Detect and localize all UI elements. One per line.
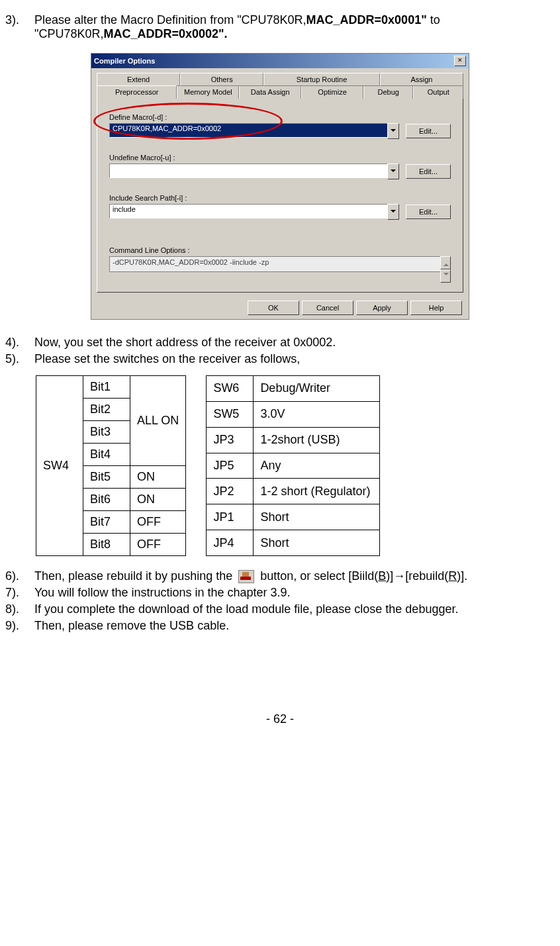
undefine-macro-combo[interactable]: [109, 164, 399, 179]
scrollbar[interactable]: [440, 256, 451, 283]
edit-button-define[interactable]: Edit...: [406, 124, 451, 138]
step-8-num: 8).: [5, 602, 34, 616]
sw4-allon: ALL ON: [130, 376, 186, 466]
step-4-text: Now, you set the short address of the re…: [34, 336, 555, 350]
table-cell: JP2: [207, 479, 254, 504]
text: )].: [457, 569, 467, 583]
tab-startup[interactable]: Startup Routine: [263, 73, 380, 86]
step-4: 4). Now, you set the short address of th…: [5, 336, 555, 350]
tab-data-assign[interactable]: Data Assign: [239, 85, 301, 99]
text: button, or select [Biild(: [257, 569, 378, 583]
apply-button[interactable]: Apply: [356, 301, 408, 315]
page-number: - 62 -: [5, 712, 555, 726]
step-6-text: Then, please rebuild it by pushing the b…: [34, 569, 555, 583]
table-cell: Bit8: [83, 534, 130, 556]
table-cell: ON: [130, 466, 186, 489]
tab-extend[interactable]: Extend: [97, 73, 180, 86]
dialog-title: Compiler Options: [94, 57, 454, 65]
table-cell: JP3: [207, 427, 254, 453]
define-macro-label: Define Macro[-d] :: [109, 113, 451, 121]
table-cell: Bit1: [83, 376, 130, 399]
table-cell: JP1: [207, 504, 254, 530]
undefine-macro-field: Undefine Macro[-u] : Edit...: [109, 154, 451, 179]
step-7: 7). You will follow the instructions in …: [5, 586, 555, 600]
panel: Define Macro[-d] : CPU78K0R,MAC_ADDR=0x0…: [97, 99, 463, 293]
table-cell: Bit7: [83, 511, 130, 534]
include-path-input[interactable]: include: [109, 204, 387, 218]
define-macro-input[interactable]: CPU78K0R,MAC_ADDR=0x0002: [109, 123, 387, 138]
jumper-table: SW6Debug/Writer SW53.0V JP31-2short (USB…: [206, 375, 380, 556]
step-7-text: You will follow the instructions in the …: [34, 586, 555, 600]
tab-output[interactable]: Output: [413, 85, 463, 99]
step-3-text: Please alter the Macro Definition from "…: [34, 13, 555, 41]
tab-assign[interactable]: Assign: [380, 73, 463, 86]
edit-button-undefine[interactable]: Edit...: [406, 164, 451, 179]
table-cell: Bit5: [83, 466, 130, 489]
include-path-field: Include Search Path[-i] : include Edit..…: [109, 194, 451, 220]
step-6: 6). Then, please rebuild it by pushing t…: [5, 569, 555, 583]
tab-others[interactable]: Others: [180, 73, 263, 86]
chevron-down-icon[interactable]: [387, 123, 399, 139]
undefine-macro-input[interactable]: [109, 164, 387, 178]
tabs: Extend Others Startup Routine Assign Pre…: [97, 72, 463, 99]
text: Please alter the Macro Definition from "…: [34, 13, 306, 26]
step-3-num: 3).: [5, 13, 34, 41]
table-cell: ON: [130, 489, 186, 511]
scroll-up-icon[interactable]: [440, 256, 451, 269]
step-3: 3). Please alter the Macro Definition fr…: [5, 13, 555, 41]
edit-button-include[interactable]: Edit...: [406, 205, 451, 219]
table-cell: Bit2: [83, 399, 130, 421]
table-cell: JP4: [207, 530, 254, 556]
define-macro-field: Define Macro[-d] : CPU78K0R,MAC_ADDR=0x0…: [109, 113, 451, 139]
sw4-head: SW4: [36, 376, 83, 556]
table-cell: 1-2 short (Regulator): [254, 479, 380, 504]
close-icon[interactable]: ✕: [454, 56, 466, 66]
text: Then, please rebuild it by pushing the: [34, 569, 236, 583]
step-5-num: 5).: [5, 352, 34, 366]
step-6-num: 6).: [5, 569, 34, 583]
dialog-screenshot: Compiler Options ✕ Extend Others Startup…: [5, 53, 555, 320]
tab-preprocessor[interactable]: Preprocessor: [97, 85, 177, 99]
tab-memory[interactable]: Memory Model: [177, 85, 239, 99]
include-path-combo[interactable]: include: [109, 204, 399, 220]
table-cell: OFF: [130, 511, 186, 534]
step-5-text: Please set the switches on the receiver …: [34, 352, 555, 366]
command-line-label: Command Line Options :: [109, 246, 451, 254]
chevron-down-icon[interactable]: [387, 204, 399, 220]
step-5: 5). Please set the switches on the recei…: [5, 352, 555, 366]
bold-text: MAC_ADDR=0x0002".: [103, 27, 227, 40]
define-macro-combo[interactable]: CPU78K0R,MAC_ADDR=0x0002: [109, 123, 399, 139]
table-cell: OFF: [130, 534, 186, 556]
table-cell: Bit6: [83, 489, 130, 511]
step-7-num: 7).: [5, 586, 34, 600]
step-9-text: Then, please remove the USB cable.: [34, 619, 555, 633]
table-cell: SW6: [207, 376, 254, 402]
step-4-num: 4).: [5, 336, 34, 350]
table-cell: 3.0V: [254, 401, 380, 427]
switch-tables: SW4Bit1ALL ON Bit2 Bit3 Bit4 Bit5ON Bit6…: [36, 375, 555, 556]
tab-debug[interactable]: Debug: [363, 85, 413, 99]
table-cell: Any: [254, 453, 380, 479]
step-8-text: If you complete the download of the load…: [34, 602, 555, 616]
underline-text: B: [378, 569, 386, 583]
button-row: OK Cancel Apply Help: [91, 297, 469, 319]
table-cell: Short: [254, 530, 380, 556]
help-button[interactable]: Help: [410, 301, 462, 315]
rebuild-icon: [238, 570, 254, 583]
step-8: 8). If you complete the download of the …: [5, 602, 555, 616]
table-cell: Short: [254, 504, 380, 530]
cancel-button[interactable]: Cancel: [302, 301, 353, 315]
command-line-field: Command Line Options : -dCPU78K0R,MAC_AD…: [109, 246, 451, 283]
table-cell: Debug/Writer: [254, 376, 380, 402]
table-cell: 1-2short (USB): [254, 427, 380, 453]
text: )]→[rebuild(: [386, 569, 448, 583]
bold-text: MAC_ADDR=0x0001": [306, 13, 427, 26]
tab-optimize[interactable]: Optimize: [301, 85, 363, 99]
chevron-down-icon[interactable]: [387, 164, 399, 179]
sw4-table: SW4Bit1ALL ON Bit2 Bit3 Bit4 Bit5ON Bit6…: [36, 375, 186, 556]
step-9-num: 9).: [5, 619, 34, 633]
table-cell: SW5: [207, 401, 254, 427]
scroll-down-icon[interactable]: [440, 269, 451, 283]
command-line-text: -dCPU78K0R,MAC_ADDR=0x0002 -iinclude -zp: [109, 256, 440, 272]
ok-button[interactable]: OK: [248, 301, 299, 315]
